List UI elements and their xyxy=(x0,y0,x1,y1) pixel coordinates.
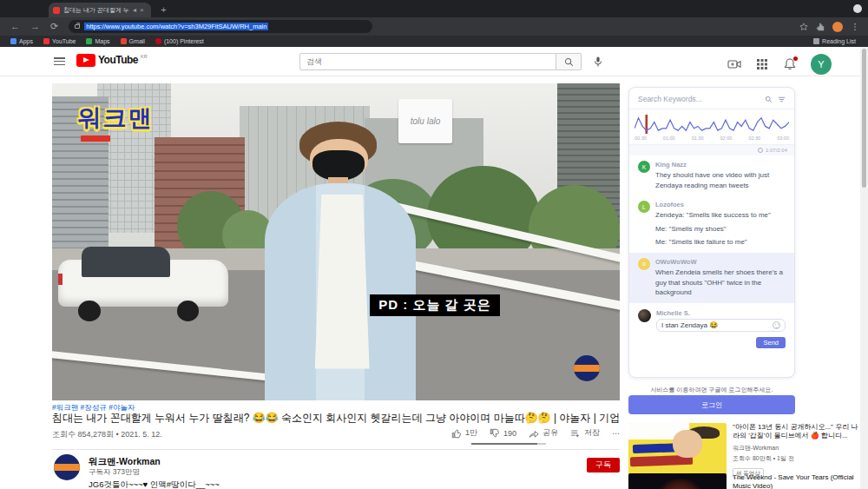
time-indicator-row: 1:07/2:04 xyxy=(629,145,794,155)
recommended-meta: 조회수 80만회 • 1일 전 xyxy=(733,454,865,463)
share-icon xyxy=(529,428,539,439)
video-scene-car xyxy=(58,242,228,321)
new-tab-button[interactable]: + xyxy=(158,4,169,16)
emoji-picker-icon[interactable] xyxy=(773,321,780,329)
bookmark-label: YouTube xyxy=(52,38,76,44)
keyword-timeline-chart[interactable] xyxy=(629,109,794,135)
more-actions-button[interactable]: ⋯ xyxy=(612,429,620,438)
search-icon[interactable] xyxy=(765,96,773,103)
reload-icon[interactable]: ⟳ xyxy=(50,22,58,31)
youtube-icon xyxy=(43,38,49,44)
subscriber-count: 구독자 373만명 xyxy=(89,467,140,478)
notification-badge xyxy=(793,56,798,61)
url-text[interactable]: https://www.youtube.com/watch?v=sh3M29Fi… xyxy=(84,23,268,30)
comment-item-highlighted[interactable]: o OWoWoWoW When Zendeia smells her shoes… xyxy=(629,253,794,303)
like-count: 1만 xyxy=(465,427,477,439)
scrollbar-thumb[interactable] xyxy=(862,49,866,188)
keyword-search-input[interactable] xyxy=(638,95,760,103)
lock-icon xyxy=(75,24,80,29)
toolbar-actions xyxy=(799,22,859,32)
browser-toolbar: ← → ⟳ https://www.youtube.com/watch?v=sh… xyxy=(0,17,868,36)
commenter-avatar: L xyxy=(638,201,650,213)
share-button[interactable]: 공유 xyxy=(529,427,558,439)
subscribe-button[interactable]: 구독 xyxy=(587,458,620,472)
extensions-icon[interactable] xyxy=(816,23,825,31)
search-button[interactable] xyxy=(556,53,582,70)
login-button[interactable]: 로그인 xyxy=(628,395,795,414)
login-prompt-text: 서비스를 이용하려면 구글에 로그인해주세요. xyxy=(628,386,795,394)
send-button[interactable]: Send xyxy=(756,337,786,348)
region-label: KR xyxy=(141,54,148,59)
youtube-play-icon xyxy=(76,54,95,67)
commenter-avatar: o xyxy=(638,258,650,270)
notifications-bell-icon[interactable] xyxy=(783,57,797,71)
search-icon xyxy=(564,57,574,67)
comment-input-box[interactable] xyxy=(656,319,786,332)
comment-composer: Michelle S. Send xyxy=(629,303,794,355)
filter-menu-icon[interactable] xyxy=(778,96,786,103)
comment-item[interactable]: K King Nazz They should have one video w… xyxy=(629,155,794,195)
reading-list-button[interactable]: Reading List xyxy=(813,38,856,44)
forward-icon[interactable]: → xyxy=(30,22,40,31)
comment-input[interactable] xyxy=(661,321,773,329)
bookmark-label: Gmail xyxy=(129,38,145,44)
channel-name[interactable]: 워크맨-Workman xyxy=(89,456,161,468)
video-thumbnail[interactable] xyxy=(628,423,727,478)
clock-icon xyxy=(758,148,763,153)
search-box[interactable] xyxy=(299,53,556,70)
recommended-video[interactable]: "아이폰 13년 동시 공개하시오..." 우리 나라의 '갑질'이 몰디브에서… xyxy=(628,423,865,479)
storefront-sign: tolu lalo xyxy=(398,99,452,143)
comment-text: Me: "Smells my shoes" xyxy=(655,224,771,235)
composer-user-name: Michelle S. xyxy=(656,309,786,317)
youtube-favicon-icon xyxy=(53,7,60,14)
host-tshirt xyxy=(315,195,370,369)
thumbs-up-icon xyxy=(451,428,462,439)
like-ratio-bar xyxy=(471,443,546,445)
thumbs-down-icon xyxy=(490,428,500,439)
tick-label: 01:00 xyxy=(663,135,675,141)
video-title: 침대는 내가 꼰대할게 누워서 누가 딸칠래? 😂😂 숙소인지 회사인지 헷갈리… xyxy=(52,411,621,426)
video-description: JG6것들아~~~♥ 인맥#땅이다__~~~ xyxy=(89,479,523,489)
save-button[interactable]: 저장 xyxy=(570,427,600,439)
recommended-channel[interactable]: 워크맨-Workman xyxy=(733,444,865,453)
panel-search-row[interactable] xyxy=(629,88,794,109)
bookmark-apps[interactable]: Apps xyxy=(10,38,33,44)
hamburger-menu-icon[interactable] xyxy=(54,57,65,65)
window-button[interactable] xyxy=(853,4,862,13)
keyword-search-panel: 00:30 01:00 01:30 02:00 02:30 03:00 1:07… xyxy=(628,87,795,378)
bookmark-label: (100) Pinterest xyxy=(164,38,204,44)
recommended-video[interactable]: The Weeknd - Save Your Tears (Official M… xyxy=(628,473,865,489)
reading-list-icon xyxy=(813,38,819,44)
bookmark-label: Apps xyxy=(19,38,33,44)
dislike-button[interactable]: 190 xyxy=(490,428,516,439)
address-bar[interactable]: https://www.youtube.com/watch?v=sh3M29Fi… xyxy=(69,20,372,33)
apps-grid-icon[interactable] xyxy=(755,57,769,71)
video-actions: 1만 190 공유 저장 ⋯ xyxy=(0,427,620,439)
bookmark-gmail[interactable]: Gmail xyxy=(121,38,145,44)
youtube-logo[interactable]: YouTube KR xyxy=(76,54,148,67)
bookmark-maps[interactable]: Maps xyxy=(86,38,109,44)
bookmark-youtube[interactable]: YouTube xyxy=(43,38,76,44)
maps-icon xyxy=(86,38,92,44)
mic-button[interactable] xyxy=(590,54,606,69)
create-video-icon[interactable] xyxy=(727,57,741,71)
browser-tab[interactable]: 침대는 내가 꼰대할게 누... ◂ × xyxy=(49,3,151,17)
comment-text: Zendeya: "Smells like success to me" xyxy=(655,210,771,221)
comment-item[interactable]: L Lozofoes Zendeya: "Smells like success… xyxy=(629,195,794,253)
menu-dots-icon[interactable] xyxy=(851,23,859,31)
bookmark-pinterest[interactable]: (100) Pinterest xyxy=(155,38,204,44)
channel-avatar[interactable] xyxy=(54,454,80,480)
like-button[interactable]: 1만 xyxy=(451,427,477,439)
account-avatar[interactable]: Y xyxy=(811,54,832,75)
back-icon[interactable]: ← xyxy=(10,22,20,31)
recommended-title[interactable]: "아이폰 13년 동시 공개하시오..." 우리 나라의 '갑질'이 몰디브에서… xyxy=(733,423,865,441)
recommended-title[interactable]: The Weeknd - Save Your Tears (Official M… xyxy=(733,473,865,489)
video-player[interactable]: tolu lalo 워크맨 PD : 오늘 갈 곳은 xyxy=(52,83,620,400)
chrome-profile-avatar[interactable] xyxy=(832,22,843,32)
video-thumbnail[interactable] xyxy=(628,473,727,489)
star-icon[interactable] xyxy=(799,23,808,31)
search-input[interactable] xyxy=(300,57,556,66)
tab-close-icon[interactable]: × xyxy=(140,7,144,14)
header-actions: Y xyxy=(727,54,832,75)
subtitle-caption: PD : 오늘 갈 곳은 xyxy=(370,294,500,316)
